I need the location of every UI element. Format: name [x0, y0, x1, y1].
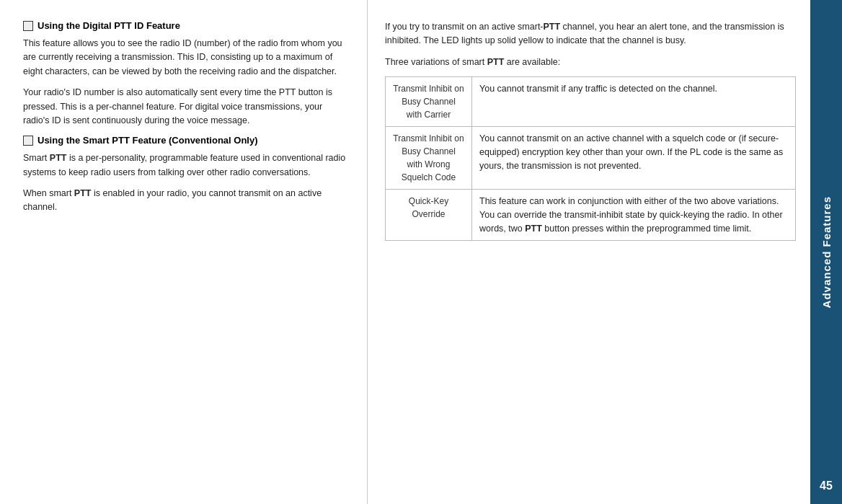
three-variations-text: Three variations of smart PTT are availa…	[385, 56, 796, 69]
row1-label: Transmit Inhibit on Busy Channel with Ca…	[393, 84, 464, 120]
table-cell-desc-3: This feature can work in conjunction wit…	[472, 190, 796, 241]
row2-description: You cannot transmit on an active channel…	[479, 133, 783, 171]
section2-para2: When smart PTT is enabled in your radio,…	[23, 187, 350, 215]
table-body: Transmit Inhibit on Busy Channel with Ca…	[386, 77, 796, 241]
intro-paragraph: If you try to transmit on an active smar…	[385, 20, 796, 48]
section2-icon	[23, 136, 33, 146]
section1-heading-text: Using the Digital PTT ID Feature	[37, 20, 180, 31]
section1-para2: Your radio's ID number is also automatic…	[23, 86, 350, 128]
section2-para1-bold: PTT	[50, 153, 67, 163]
section2-para2-bold: PTT	[74, 188, 92, 198]
section2-para2-prefix: When smart	[23, 188, 74, 198]
sidebar-title: Advanced Features	[820, 196, 833, 308]
page-number: 45	[810, 479, 842, 492]
section2-heading-text: Using the Smart PTT Feature (Conventiona…	[37, 135, 258, 146]
section1-heading: Using the Digital PTT ID Feature	[23, 20, 350, 31]
three-variations-bold: PTT	[487, 57, 505, 67]
row3-desc-suffix: button presses within the preprogrammed …	[542, 224, 751, 234]
row2-label: Transmit Inhibit on Busy Channel with Wr…	[393, 133, 464, 182]
section2-heading: Using the Smart PTT Feature (Conventiona…	[23, 135, 350, 146]
table-cell-label-3: Quick-Key Override	[386, 190, 472, 241]
three-variations-prefix: Three variations of smart	[385, 57, 487, 67]
three-variations-suffix: are available:	[504, 57, 560, 67]
table-row: Transmit Inhibit on Busy Channel with Ca…	[386, 77, 796, 127]
section2-para1: Smart PTT is a per-personality, programm…	[23, 151, 350, 180]
table-row: Transmit Inhibit on Busy Channel with Wr…	[386, 127, 796, 190]
left-column: Using the Digital PTT ID Feature This fe…	[0, 0, 368, 504]
row3-label: Quick-Key Override	[409, 196, 448, 219]
table-cell-desc-1: You cannot transmit if any traffic is de…	[472, 77, 796, 127]
section2-para1-suffix: is a per-personality, programmable featu…	[23, 153, 345, 177]
section1-icon	[23, 21, 33, 31]
row1-description: You cannot transmit if any traffic is de…	[479, 84, 717, 94]
section2-para1-prefix: Smart	[23, 153, 50, 163]
main-content: Using the Digital PTT ID Feature This fe…	[0, 0, 842, 504]
table-cell-desc-2: You cannot transmit on an active channel…	[472, 127, 796, 190]
sidebar-right: Advanced Features 45	[810, 0, 842, 504]
intro-bold: PTT	[544, 22, 561, 32]
table-cell-label-2: Transmit Inhibit on Busy Channel with Wr…	[386, 127, 472, 190]
smart-ptt-table: Transmit Inhibit on Busy Channel with Ca…	[385, 76, 796, 241]
intro-prefix: If you try to transmit on an active smar…	[385, 22, 544, 32]
right-column: If you try to transmit on an active smar…	[368, 0, 810, 504]
row3-desc-bold: PTT	[525, 224, 542, 234]
table-cell-label-1: Transmit Inhibit on Busy Channel with Ca…	[386, 77, 472, 127]
table-row: Quick-Key Override This feature can work…	[386, 190, 796, 241]
section1-para1: This feature allows you to see the radio…	[23, 37, 350, 79]
